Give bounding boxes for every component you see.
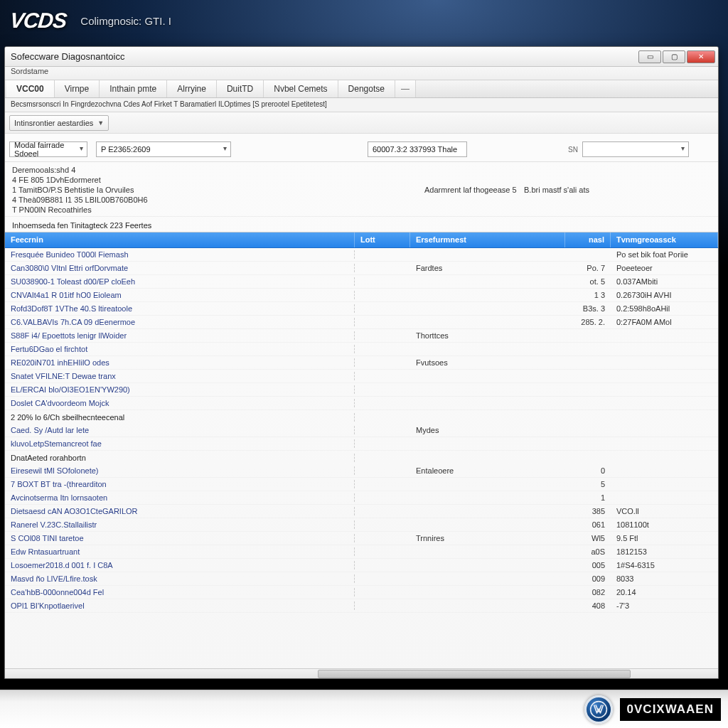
cell-name: Rofd3Dof8T 1VThe 40.S ltireatoole [5, 304, 355, 313]
table-row[interactable]: S COl08 TINI taretoeTrnniresWl59.5 Ftl [5, 532, 718, 545]
col-val[interactable]: nasl [565, 232, 611, 247]
table-row[interactable]: Dietsaesd cAN AO3O1CteGARILOR385VCO.ll [5, 505, 718, 518]
cell-name: Can3080\0 VItnl Ettri orfDorvmate [5, 264, 355, 272]
options-dropdown[interactable]: Intinsrontier aestardies ▼ [9, 115, 109, 131]
table-row[interactable]: EL/ERCAI blo/OI3EO1EN'YW290) [5, 383, 718, 397]
table-row[interactable]: C6.VALBAVIs 7h.CA 09 dEenermoe285. 2.0:2… [5, 316, 718, 329]
cell-time: 9.5 Ftl [611, 534, 718, 542]
cell-val: 385 [565, 507, 611, 515]
table-row[interactable]: 7 BOXT BT tra -(threarditon5 [5, 478, 718, 491]
col-unit[interactable]: Lott [355, 232, 410, 247]
info-heading: Deremooals:shd 4 [12, 165, 711, 175]
app-logo: VCDS [9, 9, 68, 33]
cell-name: S88F i4/ Epoettots lenigr llWoider [5, 331, 355, 340]
table-row[interactable]: Fresquée Bunideo T000l FiemashPo set bik… [5, 248, 718, 262]
cell-time: Poeeteoer [611, 264, 718, 272]
col-desc[interactable]: Ersefurmnest [410, 232, 565, 247]
table-row[interactable]: Snatet VFILNE:T Dewae tranx [5, 370, 718, 383]
cell-desc: Entaleoere [410, 466, 565, 475]
table-row[interactable]: S88F i4/ Epoettots lenigr llWoiderThortt… [5, 329, 718, 343]
info-line-2-mid: Adarmrent laf thogeease 5 [424, 186, 524, 194]
table-row[interactable]: Doslet CA'dvoordeom Mojck [5, 397, 718, 410]
table-row[interactable]: kluvoLetpStemancreot fae [5, 437, 718, 451]
cell-name: RE020iN701 inhEHIilO odes [5, 358, 355, 367]
code-field[interactable]: P E2365:2609 [96, 141, 231, 157]
horizontal-scrollbar[interactable] [5, 668, 718, 678]
cell-time: VCO.ll [611, 507, 718, 515]
cell-name: S COl08 TINI taretoe [5, 534, 355, 542]
info-block: Deremooals:shd 4 4 FE 805 1DvhEdormeret … [5, 162, 718, 217]
filter-bar: Modal fairrade Sdoeel P E2365:2609 60007… [5, 134, 718, 162]
cell-val: 005 [565, 561, 611, 569]
table-row[interactable]: OPl1 BI'Knpotlaerivel408-7'3 [5, 599, 718, 613]
table-row[interactable]: RE020iN701 inhEHIilO odesFvutsoes [5, 356, 718, 370]
tab-duittd[interactable]: DuitTD [217, 80, 264, 97]
window-close-button[interactable]: ✕ [687, 50, 715, 63]
tab-inthain[interactable]: Inthain pmte [100, 80, 167, 97]
object-field-value: 60007.3:2 337993 Thale [373, 145, 457, 154]
tab-nvbel[interactable]: Nvbel Cemets [264, 80, 338, 97]
info-line-2: 1 TamitBO/P.S Behtistie Ia Orvuiles [12, 186, 424, 194]
cell-name: Doslet CA'dvoordeom Mojck [5, 399, 355, 407]
table-row[interactable]: CNVAIt4a1 R 01itf hO0 Eioleam1 30.26730i… [5, 289, 718, 302]
table-row[interactable]: 2 20% lo 6/Ch sbeilhecnteecenal [5, 410, 718, 424]
cell-desc: Mydes [410, 426, 565, 434]
table-row[interactable]: Edw Rntasuartruanta0S1812153 [5, 545, 718, 559]
module-select[interactable]: Modal fairrade Sdoeel [9, 141, 87, 157]
info-line-4: T PN00lN Recoathirles [12, 205, 711, 215]
cell-name: C6.VALBAVIs 7h.CA 09 dEenermoe [5, 318, 355, 326]
window-maximize-button[interactable]: ▢ [663, 50, 685, 63]
module-select-label: Modal fairrade Sdoeel [14, 141, 73, 158]
tab-dengotse[interactable]: Dengotse [338, 80, 395, 97]
table-row[interactable]: Avcinotserma Itn lornsaoten1 [5, 491, 718, 505]
table-body: Fresquée Bunideo T000l FiemashPo set bik… [5, 248, 718, 668]
tab-virnpe[interactable]: Virnpe [55, 80, 100, 97]
tab-strip: VCC00 Virnpe Inthain pmte Alrryine DuitT… [5, 80, 718, 98]
tab-vcc00[interactable]: VCC00 [6, 80, 55, 97]
cell-val: Wl5 [565, 534, 611, 542]
cell-name: DnatAeted rorahbortn [5, 454, 355, 462]
window-minimize-button[interactable]: ▭ [638, 50, 661, 63]
tab-overflow[interactable]: — [395, 80, 416, 97]
scrollbar-thumb[interactable] [318, 670, 631, 678]
cell-time: 0.037AMbiti [611, 277, 718, 286]
cell-name: SU038900-1 Toleast d00/EP cloEeh [5, 277, 355, 286]
cell-name: CNVAIt4a1 R 01itf hO0 Eioleam [5, 291, 355, 299]
table-row[interactable]: Fertu6DGao el firchtot [5, 343, 718, 356]
app-subtitle: Colimgnosic: GTI. I [80, 15, 171, 27]
cell-name: 2 20% lo 6/Ch sbeilhecnteecenal [5, 413, 355, 422]
table-row[interactable]: Eiresewil tMl SOfolonete)Entaleoere0 [5, 464, 718, 478]
col-name[interactable]: Feecrnin [5, 232, 355, 247]
object-field[interactable]: 60007.3:2 337993 Thale [368, 141, 467, 157]
table-row[interactable]: Losoemer2018.d 001 f. I C8A0051#S4-6315 [5, 559, 718, 572]
cell-time: 20.14 [611, 588, 718, 596]
cell-name: Eiresewil tMl SOfolonete) [5, 466, 355, 475]
section-title: Inhoemseda fen Tinitagteck 223 Feertes [5, 217, 718, 232]
cell-val: 082 [565, 588, 611, 596]
tab-alrryine[interactable]: Alrryine [167, 80, 217, 97]
table-row[interactable]: Caed. Sy /Autd lar leteMydes [5, 424, 718, 437]
info-line-1: 4 FE 805 1DvhEdormeret [12, 175, 711, 185]
sn-label: SN [568, 146, 578, 154]
cell-time: 1081100t [611, 520, 718, 529]
info-line-2-right: B.bri mastf s'ali ats [524, 186, 589, 194]
cell-name: Masvd ño LlVE/Lfire.tosk [5, 574, 355, 583]
table-row[interactable]: Rofd3Dof8T 1VThe 40.S ltireatooleB3s. 30… [5, 302, 718, 316]
info-line-3: 4 Theà09B881 I1 35 LBIL00B760B0H6 [12, 195, 711, 205]
table-row[interactable]: DnatAeted rorahbortn [5, 451, 718, 464]
table-row[interactable]: Ranerel V.23C.Stallailistr0611081100t [5, 518, 718, 532]
footer: 0VCIXWAAEN [0, 690, 728, 728]
sn-field[interactable] [582, 141, 689, 157]
col-time[interactable]: Tvnmgreoassck [611, 232, 718, 247]
table-row[interactable]: Cea'hbB-000onne004d Fel08220.14 [5, 586, 718, 599]
cell-name: Caed. Sy /Autd lar lete [5, 426, 355, 434]
table-row[interactable]: Masvd ño LlVE/Lfire.tosk0098033 [5, 572, 718, 586]
cell-val: B3s. 3 [565, 304, 611, 313]
table-row[interactable]: Can3080\0 VItnl Ettri orfDorvmateFardtes… [5, 262, 718, 275]
cell-name: Avcinotserma Itn lornsaoten [5, 493, 355, 502]
cell-val: 1 3 [565, 291, 611, 299]
cell-name: Edw Rntasuartruant [5, 547, 355, 556]
table-row[interactable]: SU038900-1 Toleast d00/EP cloEehot. 50.0… [5, 275, 718, 289]
vw-logo-icon [584, 695, 613, 724]
cell-val: a0S [565, 547, 611, 556]
